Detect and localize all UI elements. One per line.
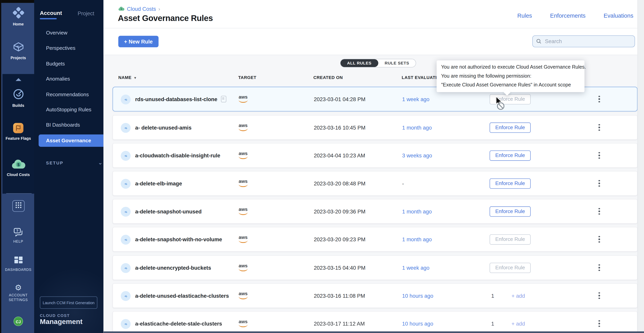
kebab-menu-icon[interactable] <box>595 143 604 167</box>
enforce-rule-button[interactable]: Enforce Rule <box>490 206 531 216</box>
enforcement-cell: Enforce Rule <box>490 143 572 167</box>
nav-account-settings[interactable]: ⚙ ACCOUNT SETTINGS <box>1 284 35 302</box>
bottom-edge <box>104 331 644 333</box>
add-enforcement-link[interactable]: + add <box>512 320 525 326</box>
created-on: 2023-03-20 08:48 PM <box>314 171 366 195</box>
last-evaluation: 1 month ago <box>402 115 432 139</box>
nav-feature-flags[interactable]: Feature Flags <box>1 123 35 141</box>
enforce-rule-button[interactable]: Enforce Rule <box>490 150 531 161</box>
cloud-costs-breadcrumb-icon: $ <box>118 7 124 11</box>
kebab-menu-icon[interactable] <box>595 115 604 139</box>
created-on: 2023-03-16 10:45 PM <box>314 115 366 139</box>
search-box[interactable] <box>532 35 635 47</box>
kebab-menu-icon[interactable] <box>595 284 604 307</box>
sort-caret-icon: ▼ <box>134 76 137 80</box>
kebab-menu-icon[interactable] <box>595 227 604 251</box>
link-rules[interactable]: Rules <box>517 12 532 19</box>
enforce-rule-button[interactable]: Enforce Rule <box>490 178 531 188</box>
sidebar-item-overview[interactable]: Overview <box>34 27 104 39</box>
table-row[interactable]: <› a-delete-elb-image aws 2023-03-20 08:… <box>112 171 638 196</box>
rule-icon: <› <box>121 151 130 161</box>
enforcement-cell: Enforce Rule <box>490 115 572 139</box>
column-header-last-evaluation: LAST EVALUATION <box>402 75 439 80</box>
kebab-menu-icon[interactable] <box>595 171 604 195</box>
search-input[interactable] <box>544 38 631 45</box>
enforcement-cell: Enforce Rule <box>490 199 572 223</box>
table-row[interactable]: <› a-delete-snapshot-with-no-volume aws … <box>112 227 638 252</box>
toggle-all-rules[interactable]: ALL RULES <box>340 59 378 67</box>
nav-help[interactable]: ? HELP <box>1 228 35 244</box>
aws-target-icon: aws <box>239 312 248 333</box>
search-icon <box>536 39 542 44</box>
link-enforcements[interactable]: Enforcements <box>550 12 586 19</box>
link-evaluations[interactable]: Evaluations <box>604 12 634 19</box>
launch-ccm-first-gen-button[interactable]: Launch CCM First Generation <box>40 296 97 309</box>
nav-cloud-costs[interactable]: $ Cloud Costs <box>1 160 35 177</box>
kebab-menu-icon[interactable] <box>595 87 604 111</box>
created-on: 2023-03-20 09:23 PM <box>314 227 366 251</box>
new-rule-button[interactable]: + New Rule <box>118 36 158 47</box>
rule-name[interactable]: a-delete-unused-elasticache-clusters <box>135 284 229 307</box>
nav-account-settings-label: ACCOUNT SETTINGS <box>1 293 35 302</box>
table-row[interactable]: <› a-delete-unused-elasticache-clusters … <box>112 283 638 308</box>
toggle-rule-sets[interactable]: RULE SETS <box>378 59 416 67</box>
enforce-rule-button: Enforce Rule <box>490 94 531 104</box>
copy-icon[interactable] <box>221 96 226 103</box>
rule-name[interactable]: a-delete-elb-image <box>135 171 182 195</box>
setup-section[interactable]: SETUP ⌄ <box>46 160 98 165</box>
enforce-rule-button[interactable]: Enforce Rule <box>490 122 531 133</box>
svg-text:?: ? <box>16 229 18 233</box>
rule-name[interactable]: a- delete-unused-amis <box>135 115 192 139</box>
enforcement-count: 1 <box>491 320 494 326</box>
rule-name[interactable]: a-delete-unencrypted-buckets <box>135 256 211 280</box>
aws-target-icon: aws <box>239 199 248 223</box>
sidebar-item-anomalies[interactable]: Anomalies <box>34 73 104 85</box>
last-evaluation: 1 month ago <box>402 227 432 251</box>
nav-feature-flags-label: Feature Flags <box>1 136 35 141</box>
rule-name[interactable]: a-delete-snapshot-with-no-volume <box>135 227 222 251</box>
table-row[interactable]: <› a-cloudwatch-disable-insight-rule aws… <box>112 143 638 168</box>
nav-dashboards[interactable]: DASHBOARDS <box>1 256 35 272</box>
add-enforcement-link[interactable]: + add <box>512 293 525 299</box>
breadcrumb[interactable]: $ Cloud Costs › <box>118 6 160 12</box>
gear-icon: ⚙ <box>1 284 35 292</box>
sidebar-item-asset-governance[interactable]: Asset Governance <box>38 134 104 147</box>
nav-builds[interactable]: Builds <box>1 88 35 108</box>
sidebar-item-autostopping-rules[interactable]: AutoStopping Rules <box>34 104 104 116</box>
column-header-name[interactable]: NAME▼ <box>118 75 137 80</box>
sidebar-item-perspectives[interactable]: Perspectives <box>34 42 104 55</box>
enforcement-cell: 1+ add <box>490 284 572 307</box>
aws-target-icon: aws <box>239 115 248 139</box>
tooltip-line: "Execute Cloud Asset Governance Rules" i… <box>441 81 580 89</box>
table-row[interactable]: <› a- delete-unused-amis aws 2023-03-16 … <box>112 115 638 140</box>
enforcement-cell: Enforce Rule <box>490 227 572 251</box>
table-row[interactable]: <› a-delete-snapshot-unused aws 2023-03-… <box>112 199 638 224</box>
aws-target-icon: aws <box>239 227 248 251</box>
nav-cloud-costs-label: Cloud Costs <box>1 172 35 177</box>
breadcrumb-label[interactable]: Cloud Costs <box>127 6 156 12</box>
nav-help-label: HELP <box>1 239 35 244</box>
rail-collapse-chevron[interactable] <box>1 76 35 83</box>
kebab-menu-icon[interactable] <box>595 199 604 223</box>
sidebar-item-bi-dashboards[interactable]: BI Dashboards <box>34 119 104 131</box>
tab-project[interactable]: Project <box>78 10 94 16</box>
rule-name[interactable]: a-cloudwatch-disable-insight-rule <box>135 143 220 167</box>
sidebar-item-budgets[interactable]: Budgets <box>34 58 104 70</box>
rule-name[interactable]: rds-unused-databases-list-clone <box>135 87 226 111</box>
tab-account-underline <box>40 18 56 19</box>
nav-projects[interactable]: Projects <box>1 41 35 60</box>
scrollbar-gutter[interactable] <box>638 0 644 333</box>
sidebar-item-recommendations[interactable]: Recommendations <box>34 88 104 101</box>
page-title: Asset Governance Rules <box>118 14 213 23</box>
table-row[interactable]: <› a-elasticache-delete-stale-clusters a… <box>112 311 638 333</box>
module-selector-button[interactable] <box>1 200 35 212</box>
breadcrumb-separator: › <box>158 6 160 12</box>
rule-name[interactable]: a-elasticache-delete-stale-clusters <box>135 312 222 333</box>
rule-name[interactable]: a-delete-snapshot-unused <box>135 199 202 223</box>
tab-account[interactable]: Account <box>40 10 62 16</box>
table-row[interactable]: <› a-delete-unencrypted-buckets aws 2023… <box>112 255 638 280</box>
kebab-menu-icon[interactable] <box>595 256 604 280</box>
kebab-menu-icon[interactable] <box>595 312 604 333</box>
user-avatar[interactable]: CJ <box>1 316 35 326</box>
nav-home[interactable]: Home <box>1 7 35 27</box>
